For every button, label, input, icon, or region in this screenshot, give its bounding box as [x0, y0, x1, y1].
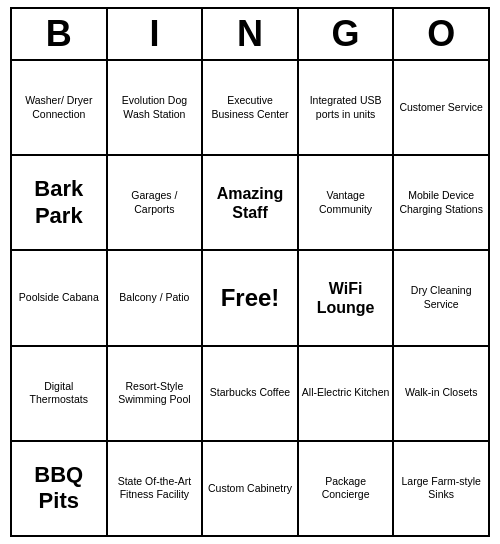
cell-2-1: Balcony / Patio: [108, 251, 204, 344]
bingo-row-2: Poolside CabanaBalcony / PatioFree!WiFi …: [12, 251, 488, 346]
bingo-row-3: Digital ThermostatsResort-Style Swimming…: [12, 347, 488, 442]
cell-3-3: All-Electric Kitchen: [299, 347, 395, 440]
header-letter: I: [108, 9, 204, 59]
cell-0-1: Evolution Dog Wash Station: [108, 61, 204, 154]
cell-0-4: Customer Service: [394, 61, 488, 154]
cell-2-2: Free!: [203, 251, 299, 344]
cell-0-3: Integrated USB ports in units: [299, 61, 395, 154]
bingo-row-4: BBQ PitsState Of-the-Art Fitness Facilit…: [12, 442, 488, 535]
header-letter: O: [394, 9, 488, 59]
bingo-row-0: Washer/ Dryer ConnectionEvolution Dog Wa…: [12, 61, 488, 156]
cell-1-0: Bark Park: [12, 156, 108, 249]
cell-3-2: Starbucks Coffee: [203, 347, 299, 440]
cell-4-1: State Of-the-Art Fitness Facility: [108, 442, 204, 535]
cell-2-0: Poolside Cabana: [12, 251, 108, 344]
cell-1-3: Vantage Community: [299, 156, 395, 249]
cell-2-4: Dry Cleaning Service: [394, 251, 488, 344]
cell-0-2: Executive Business Center: [203, 61, 299, 154]
header-letter: G: [299, 9, 395, 59]
cell-1-1: Garages / Carports: [108, 156, 204, 249]
bingo-header: BINGO: [12, 9, 488, 61]
cell-2-3: WiFi Lounge: [299, 251, 395, 344]
cell-4-3: Package Concierge: [299, 442, 395, 535]
header-letter: N: [203, 9, 299, 59]
cell-3-0: Digital Thermostats: [12, 347, 108, 440]
cell-4-2: Custom Cabinetry: [203, 442, 299, 535]
bingo-card: BINGO Washer/ Dryer ConnectionEvolution …: [10, 7, 490, 537]
bingo-row-1: Bark ParkGarages / CarportsAmazing Staff…: [12, 156, 488, 251]
cell-0-0: Washer/ Dryer Connection: [12, 61, 108, 154]
header-letter: B: [12, 9, 108, 59]
cell-3-4: Walk-in Closets: [394, 347, 488, 440]
cell-1-4: Mobile Device Charging Stations: [394, 156, 488, 249]
cell-1-2: Amazing Staff: [203, 156, 299, 249]
cell-3-1: Resort-Style Swimming Pool: [108, 347, 204, 440]
cell-4-0: BBQ Pits: [12, 442, 108, 535]
bingo-grid: Washer/ Dryer ConnectionEvolution Dog Wa…: [12, 61, 488, 535]
cell-4-4: Large Farm-style Sinks: [394, 442, 488, 535]
